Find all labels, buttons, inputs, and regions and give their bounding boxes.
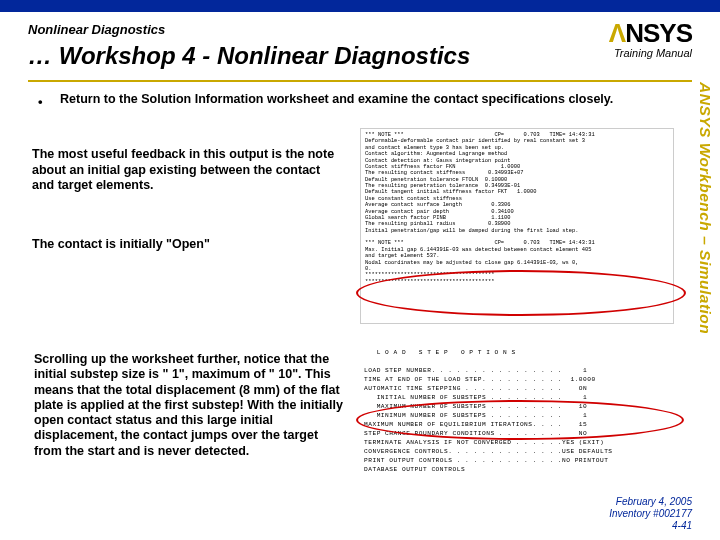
bullet-marker: • [38,94,43,109]
logo-area: ΛNSYS Training Manual [609,18,692,59]
header-small: Nonlinear Diagnostics [28,22,165,37]
highlight-ellipse-gap [356,270,686,316]
solver-output-top-text: *** NOTE *** CP= 0.703 TIME= 14:43:31 De… [361,129,673,288]
vertical-brand-label: ANSYS Workbench – Simulation [690,82,714,482]
footer-inventory: Inventory #002177 [609,508,692,520]
training-manual-label: Training Manual [609,47,692,59]
highlight-ellipse-substeps [356,400,684,440]
bullet-text: Return to the Solution Information works… [60,92,680,108]
gold-divider [28,80,692,82]
ansys-logo: ΛNSYS [609,18,692,49]
slide: Nonlinear Diagnostics … Workshop 4 - Non… [0,0,720,540]
footer: February 4, 2005 Inventory #002177 4-41 [609,496,692,532]
page-title: … Workshop 4 - Nonlinear Diagnostics [28,42,470,70]
note-substeps: Scrolling up the worksheet further, noti… [34,352,349,459]
footer-date: February 4, 2005 [609,496,692,508]
note-open-contact: The contact is initially "Open" [32,237,342,253]
logo-text: NSYS [625,18,692,48]
lambda-icon: Λ [609,18,625,48]
footer-page: 4-41 [609,520,692,532]
note-feedback: The most useful feedback in this output … [32,147,342,194]
